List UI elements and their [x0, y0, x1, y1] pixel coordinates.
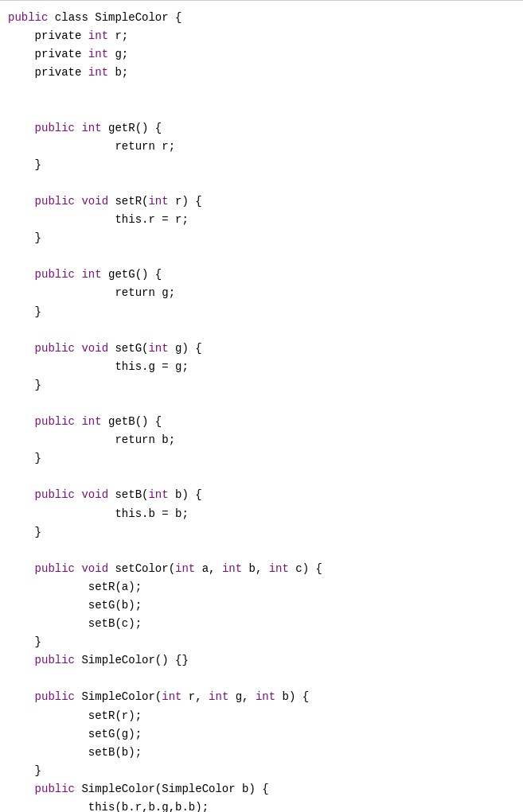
token: this.r = r;: [8, 213, 189, 226]
token: c) {: [289, 562, 322, 575]
token: int: [88, 66, 108, 79]
token: void: [81, 342, 108, 355]
code-line: public class SimpleColor {: [8, 9, 523, 27]
code-line: public void setB(int b) {: [8, 486, 523, 504]
code-line: [8, 394, 523, 413]
token: this(b.r,b.g,b.b);: [8, 801, 209, 812]
code-line: [8, 321, 523, 340]
code-line: [8, 82, 523, 100]
token: [8, 488, 35, 501]
token: public: [35, 654, 75, 666]
code-line: public int getB() {: [8, 413, 523, 431]
code-line: [8, 100, 523, 118]
token: this.b = b;: [8, 507, 189, 520]
token: r;: [108, 29, 128, 42]
token: setG(b);: [8, 599, 142, 612]
code-line: this.g = g;: [8, 358, 523, 376]
token: int: [162, 690, 181, 703]
token: }: [8, 158, 41, 171]
code-line: }: [8, 303, 523, 321]
token: int: [148, 342, 168, 355]
token: public: [35, 342, 75, 355]
token: class SimpleColor {: [48, 11, 181, 24]
code-line: public SimpleColor(int r, int g, int b) …: [8, 688, 523, 706]
code-line: return r;: [8, 138, 523, 156]
token: int: [209, 690, 228, 703]
token: setR(a);: [8, 581, 142, 593]
code-line: public SimpleColor(SimpleColor b) {: [8, 780, 523, 798]
token: r) {: [169, 195, 202, 208]
code-line: }: [8, 376, 523, 394]
token: }: [8, 305, 41, 318]
token: }: [8, 526, 41, 538]
code-line: private int g;: [8, 45, 523, 64]
token: private: [8, 66, 88, 79]
token: getG() {: [102, 268, 162, 281]
token: public: [35, 488, 75, 501]
token: private: [8, 48, 88, 60]
token: public: [35, 268, 75, 281]
token: void: [81, 562, 108, 575]
code-line: setR(r);: [8, 707, 523, 725]
token: getR() {: [102, 122, 162, 134]
code-line: }: [8, 229, 523, 247]
token: setColor(: [108, 562, 175, 575]
token: a,: [195, 562, 222, 575]
token: SimpleColor(: [75, 690, 162, 703]
token: [8, 415, 35, 428]
code-line: setR(a);: [8, 578, 523, 596]
token: setG(: [108, 342, 148, 355]
token: }: [8, 231, 41, 244]
token: setR(: [108, 195, 148, 208]
token: int: [175, 562, 195, 575]
code-line: return b;: [8, 431, 523, 449]
token: int: [222, 562, 242, 575]
token: int: [81, 268, 101, 281]
code-line: public SimpleColor() {}: [8, 651, 523, 670]
token: setB(: [108, 488, 148, 501]
token: [8, 195, 35, 208]
token: public: [35, 195, 75, 208]
token: getB() {: [102, 415, 162, 428]
token: [8, 654, 35, 666]
token: [8, 690, 35, 703]
code-line: [8, 468, 523, 486]
token: b,: [242, 562, 269, 575]
token: [8, 122, 35, 134]
code-line: setG(g);: [8, 725, 523, 744]
token: }: [8, 379, 41, 391]
token: [8, 268, 35, 281]
code-line: public void setColor(int a, int b, int c…: [8, 560, 523, 578]
token: int: [81, 415, 101, 428]
token: [8, 783, 35, 795]
token: SimpleColor(SimpleColor b) {: [75, 783, 269, 795]
code-line: this.b = b;: [8, 505, 523, 523]
token: public: [35, 122, 75, 134]
token: void: [81, 195, 108, 208]
token: public: [8, 11, 48, 24]
token: int: [88, 48, 108, 60]
token: setB(b);: [8, 746, 142, 759]
token: SimpleColor() {}: [75, 654, 189, 666]
token: }: [8, 452, 41, 464]
token: int: [88, 29, 108, 42]
token: int: [81, 122, 101, 134]
code-line: setB(c);: [8, 615, 523, 633]
code-line: [8, 247, 523, 266]
code-line: public void setR(int r) {: [8, 192, 523, 211]
token: g) {: [169, 342, 202, 355]
token: setR(r);: [8, 709, 142, 722]
code-line: }: [8, 762, 523, 780]
token: [8, 562, 35, 575]
token: b) {: [275, 690, 309, 703]
token: b) {: [169, 488, 202, 501]
token: int: [256, 690, 275, 703]
token: public: [35, 783, 75, 795]
token: public: [35, 415, 75, 428]
token: g,: [228, 690, 256, 703]
token: setB(c);: [8, 617, 142, 630]
code-line: }: [8, 523, 523, 542]
code-line: public int getG() {: [8, 266, 523, 284]
token: [8, 342, 35, 355]
code-line: return g;: [8, 284, 523, 302]
